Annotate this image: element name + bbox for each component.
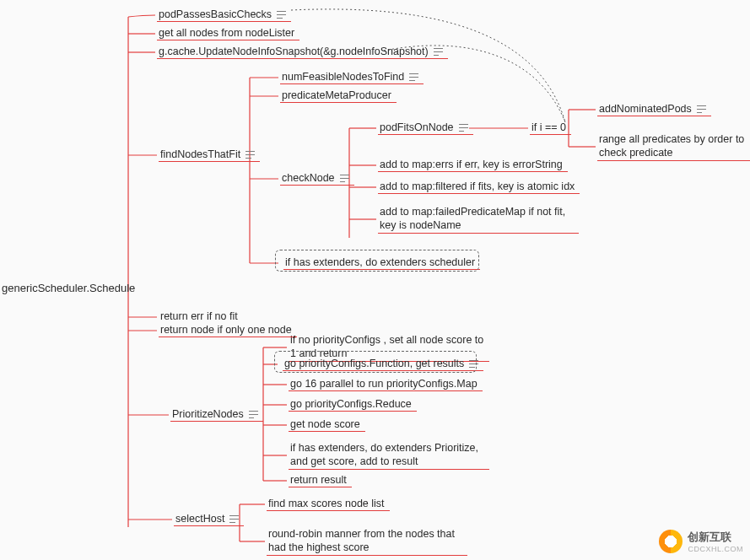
note-icon [459,123,468,132]
node-ifi0[interactable]: if i == 0 [530,120,571,135]
node-prioritizenodes[interactable]: PrioritizeNodes [170,407,263,422]
node-pri-extenders[interactable]: if has extenders, do extenders Prioritiz… [289,440,489,470]
label: add to map:filtered if fits, key is atom… [380,180,575,192]
label: PrioritizeNodes [172,408,244,420]
node-if-extenders[interactable]: if has extenders, do extenders scheduler [283,255,480,270]
node-return-node[interactable]: return node if only one node [159,322,297,337]
node-return-result[interactable]: return result [289,472,352,487]
node-findnodesthatfit[interactable]: findNodesThatFit [159,147,260,162]
node-roundrobin[interactable]: round-robin manner from the nodes that h… [267,526,467,556]
node-rangepred[interactable]: range all predicates by order to check p… [597,132,750,161]
watermark: 创新互联 CDCXHL.COM [659,530,743,553]
note-icon [697,105,706,113]
node-go16[interactable]: go 16 parallel to run priorityConfigs.Ma… [289,376,483,391]
watermark-sub: CDCXHL.COM [688,545,743,553]
label: get node score [290,418,360,430]
node-checknode[interactable]: checkNode [280,170,354,186]
note-icon [249,410,258,418]
label: numFeasibleNodesToFind [282,71,404,83]
node-findmax[interactable]: find max scores node list [267,496,390,511]
label: predicateMetaProducer [282,89,391,101]
watermark-logo-icon [659,530,683,553]
label: selectHost [175,513,224,525]
note-icon [229,514,239,523]
node-goreduce[interactable]: go priorityConfigs.Reduce [289,396,417,412]
label: checkNode [282,172,335,184]
label: round-robin manner from the nodes that h… [268,528,462,554]
node-get-all-nodes[interactable]: get all nodes from nodeLister [157,25,299,40]
node-predmeta[interactable]: predicateMetaProducer [280,88,397,103]
label: if i == 0 [531,121,566,133]
note-icon [469,359,478,368]
label: if has extenders, do extenders scheduler [285,256,475,268]
label: podFitsOnNode [380,121,454,133]
node-getscore[interactable]: get node score [289,417,365,432]
node-gofunc[interactable]: go priorityConfigs.Function, get results [283,356,483,371]
label: return err if no fit [160,310,238,322]
label: go 16 parallel to run priorityConfigs.Ma… [290,378,478,390]
note-icon [277,10,286,19]
label: add to map:failedPredicateMap if not fit… [380,206,574,232]
watermark-brand: 创新互联 [688,530,743,545]
label: go priorityConfigs.Function, get results [284,358,464,369]
label: go priorityConfigs.Reduce [290,398,412,410]
label: range all predicates by order to check p… [599,133,745,159]
node-return-err[interactable]: return err if no fit [159,309,243,323]
root-label: genericScheduler.Schedule [2,282,135,294]
label: return node if only one node [160,324,292,336]
note-icon [434,47,443,56]
label: findNodesThatFit [160,148,240,160]
node-addnominated[interactable]: addNominatedPods [597,101,711,116]
node-podpasses[interactable]: podPassesBasicChecks [157,7,291,22]
root-node[interactable]: genericScheduler.Schedule [2,282,135,294]
label: return result [290,474,347,486]
note-icon [340,174,349,182]
note-icon [246,150,255,159]
label: g.cache.UpdateNodeInfoSnapshot(&g.nodeIn… [159,46,429,57]
node-numfeasible[interactable]: numFeasibleNodesToFind [280,69,424,84]
node-podfitsonnode[interactable]: podFitsOnNode [378,120,473,135]
label: if has extenders, do extenders Prioritiz… [290,442,484,468]
node-selecthost[interactable]: selectHost [174,511,244,526]
label: get all nodes from nodeLister [159,27,294,39]
note-icon [409,73,418,81]
node-add-filtered[interactable]: add to map:filtered if fits, key is atom… [378,179,580,194]
node-add-errs[interactable]: add to map:errs if err, key is errorStri… [378,157,568,172]
node-update-snapshot[interactable]: g.cache.UpdateNodeInfoSnapshot(&g.nodeIn… [157,44,448,59]
label: find max scores node list [268,498,385,509]
label: podPassesBasicChecks [159,8,272,20]
node-add-failed[interactable]: add to map:failedPredicateMap if not fit… [378,204,579,234]
label: add to map:errs if err, key is errorStri… [380,159,563,170]
label: addNominatedPods [599,103,692,115]
